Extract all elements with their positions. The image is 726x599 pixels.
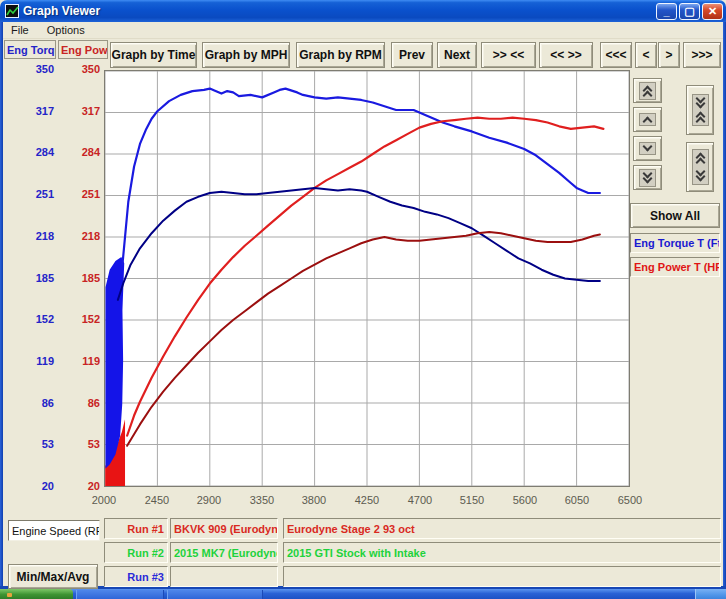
min-max-avg-button[interactable]: Min/Max/Avg <box>8 564 98 589</box>
rpm-tick-label: 6050 <box>555 494 599 506</box>
torque-axis-ticks: 350317284251218185152119865320 <box>6 0 54 599</box>
chevron-down-icon <box>639 142 656 155</box>
windows-flag-icon <box>7 593 12 597</box>
contract-range-button[interactable] <box>686 85 714 135</box>
run1-file-field[interactable]: BKVK 909 (Eurodyne, B <box>170 518 278 539</box>
taskbar-item[interactable] <box>76 590 164 599</box>
graph-viewer-window: Graph Viewer _ ▢ ✕ File Options Eng Torq… <box>0 0 726 599</box>
power-tick-label: 20 <box>58 480 100 492</box>
power-tick-label: 317 <box>58 105 100 117</box>
x-axis-field[interactable]: Engine Speed (RPM) <box>8 520 100 541</box>
pan-far-left-button[interactable]: <<< <box>600 42 632 68</box>
power-tick-label: 218 <box>58 230 100 242</box>
torque-tick-label: 185 <box>6 272 54 284</box>
scale-double-down-button[interactable] <box>633 165 662 190</box>
rpm-tick-label: 2900 <box>187 494 231 506</box>
power-axis-ticks: 350317284251218185152119865320 <box>58 0 100 599</box>
rpm-tick-label: 5600 <box>503 494 547 506</box>
rpm-tick-label: 2450 <box>135 494 179 506</box>
power-tick-label: 53 <box>58 438 100 450</box>
graph-by-time-button[interactable]: Graph by Time <box>110 42 197 68</box>
title-bar[interactable]: Graph Viewer _ ▢ ✕ <box>0 0 726 22</box>
power-tick-label: 152 <box>58 313 100 325</box>
expand-vertical-icon <box>692 149 709 185</box>
torque-tick-label: 251 <box>6 188 54 200</box>
torque-tick-label: 20 <box>6 480 54 492</box>
power-tick-label: 119 <box>58 355 100 367</box>
pan-far-right-button[interactable]: >>> <box>683 42 721 68</box>
scale-down-button[interactable] <box>633 136 662 161</box>
prev-button[interactable]: Prev <box>391 42 433 68</box>
torque-tick-label: 86 <box>6 397 54 409</box>
dyno-chart[interactable] <box>104 70 630 487</box>
window-border-left <box>0 22 3 589</box>
next-button[interactable]: Next <box>437 42 477 68</box>
zoom-in-x-button[interactable]: >> << <box>481 42 536 68</box>
chart-canvas <box>105 71 629 486</box>
pan-left-button[interactable]: < <box>635 42 657 68</box>
double-chevron-down-icon <box>639 169 656 187</box>
power-tick-label: 284 <box>58 146 100 158</box>
torque-tick-label: 350 <box>6 63 54 75</box>
run2-label: Run #2 <box>104 542 168 563</box>
torque-tick-label: 119 <box>6 355 54 367</box>
chevron-up-icon <box>639 113 656 126</box>
power-tick-label: 350 <box>58 63 100 75</box>
power-tick-label: 251 <box>58 188 100 200</box>
legend-power: Eng Power T (HP) <box>630 257 720 277</box>
scale-up-button[interactable] <box>633 107 662 132</box>
power-tick-label: 86 <box>58 397 100 409</box>
graph-by-mph-button[interactable]: Graph by MPH <box>202 42 290 68</box>
contract-vertical-icon <box>692 94 709 126</box>
taskbar-item[interactable] <box>167 590 263 599</box>
rpm-tick-label: 3350 <box>240 494 284 506</box>
graph-by-rpm-button[interactable]: Graph by RPM <box>296 42 385 68</box>
menu-bar: File Options <box>3 22 723 39</box>
rpm-tick-label: 4700 <box>398 494 442 506</box>
rpm-tick-label: 6500 <box>608 494 652 506</box>
power-tick-label: 185 <box>58 272 100 284</box>
rpm-tick-label: 2000 <box>82 494 126 506</box>
taskbar[interactable] <box>0 589 726 599</box>
torque-tick-label: 53 <box>6 438 54 450</box>
torque-tick-label: 152 <box>6 313 54 325</box>
run2-desc-field[interactable]: 2015 GTI Stock with Intake <box>283 542 721 563</box>
run3-file-field[interactable] <box>170 566 278 587</box>
rpm-tick-label: 3800 <box>292 494 336 506</box>
torque-tick-label: 317 <box>6 105 54 117</box>
torque-tick-label: 284 <box>6 146 54 158</box>
show-all-button[interactable]: Show All <box>630 203 720 228</box>
double-chevron-up-icon <box>639 82 656 100</box>
expand-range-button[interactable] <box>686 142 714 192</box>
legend-torque: Eng Torque T (Ft-Lb) <box>630 233 720 253</box>
pan-right-button[interactable]: > <box>658 42 680 68</box>
minimize-icon[interactable]: _ <box>656 3 677 20</box>
run1-label: Run #1 <box>104 518 168 539</box>
rpm-tick-label: 5150 <box>450 494 494 506</box>
close-icon[interactable]: ✕ <box>702 3 723 20</box>
system-tray <box>695 589 726 599</box>
scale-double-up-button[interactable] <box>633 78 662 103</box>
rpm-tick-label: 4250 <box>345 494 389 506</box>
run2-file-field[interactable]: 2015 MK7 (Eurodyne, E <box>170 542 278 563</box>
run1-desc-field[interactable]: Eurodyne Stage 2 93 oct <box>283 518 721 539</box>
torque-tick-label: 218 <box>6 230 54 242</box>
start-button[interactable] <box>0 589 73 599</box>
maximize-icon[interactable]: ▢ <box>679 3 700 20</box>
run3-label: Run #3 <box>104 566 168 587</box>
run3-desc-field[interactable] <box>283 566 721 587</box>
zoom-out-x-button[interactable]: << >> <box>539 42 593 68</box>
